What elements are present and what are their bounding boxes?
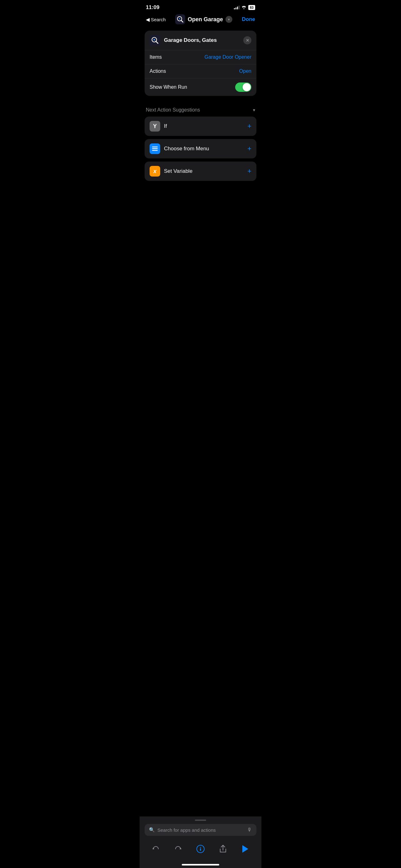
svg-line-1 — [181, 20, 183, 22]
nav-title-area: Open Garage ▾ — [175, 14, 232, 24]
svg-rect-6 — [152, 147, 158, 148]
suggestion-variable-left: x Set Variable — [149, 166, 192, 177]
svg-line-4 — [156, 41, 158, 43]
battery-icon: 83 — [248, 5, 255, 10]
show-when-run-toggle[interactable] — [235, 83, 252, 92]
app-icon — [175, 14, 185, 24]
actions-value: Open — [239, 68, 252, 74]
menu-label: Choose from Menu — [164, 146, 209, 152]
svg-point-2 — [179, 18, 180, 19]
suggestion-if-left: Y If — [149, 121, 167, 131]
nav-bar: ◀ Search Open Garage ▾ Done — [140, 12, 261, 28]
signal-bars-icon — [234, 6, 239, 9]
menu-icon — [149, 144, 160, 154]
suggestion-item-variable[interactable]: x Set Variable + — [144, 161, 257, 181]
card-row-actions[interactable]: Actions Open — [144, 64, 257, 79]
status-bar: 11:09 83 — [140, 0, 261, 12]
status-icons: 83 — [234, 5, 255, 10]
svg-point-5 — [154, 39, 155, 41]
wifi-icon — [241, 5, 246, 10]
card-title: Garage Doors, Gates — [164, 37, 217, 43]
toggle-knob — [243, 83, 251, 91]
nav-title: Open Garage — [188, 16, 223, 23]
suggestion-list: Y If + Choose from Menu + x Set Variable… — [140, 117, 261, 181]
card-close-button[interactable]: ✕ — [243, 36, 252, 44]
back-label: Search — [151, 17, 166, 22]
variable-label: Set Variable — [164, 168, 192, 174]
suggestion-menu-left: Choose from Menu — [149, 144, 209, 154]
if-add-button[interactable]: + — [247, 122, 252, 130]
suggestions-chevron-icon: ▾ — [253, 107, 255, 113]
if-icon: Y — [149, 121, 160, 131]
card-app-icon — [149, 35, 160, 45]
variable-add-button[interactable]: + — [247, 167, 252, 175]
menu-add-button[interactable]: + — [247, 145, 252, 153]
suggestions-section-header[interactable]: Next Action Suggestions ▾ — [140, 102, 261, 117]
status-time: 11:09 — [146, 4, 159, 11]
show-when-run-label: Show When Run — [149, 84, 187, 90]
back-arrow-icon: ◀ — [146, 17, 149, 23]
variable-icon: x — [149, 166, 160, 177]
svg-rect-7 — [152, 148, 158, 149]
done-button[interactable]: Done — [242, 16, 255, 23]
if-label: If — [164, 123, 167, 129]
items-value: Garage Door Opener — [205, 54, 252, 60]
svg-rect-8 — [152, 150, 158, 151]
suggestion-item-if[interactable]: Y If + — [144, 117, 257, 136]
back-button[interactable]: ◀ Search — [146, 17, 166, 23]
card-header-left: Garage Doors, Gates — [149, 35, 217, 45]
suggestions-title: Next Action Suggestions — [146, 107, 200, 113]
title-chevron-icon[interactable]: ▾ — [226, 16, 232, 23]
card-header: Garage Doors, Gates ✕ — [144, 31, 257, 50]
card-row-show-when-run: Show When Run — [144, 79, 257, 96]
items-label: Items — [149, 54, 162, 60]
main-card: Garage Doors, Gates ✕ Items Garage Door … — [144, 31, 257, 96]
suggestion-item-menu[interactable]: Choose from Menu + — [144, 139, 257, 158]
actions-label: Actions — [149, 68, 166, 74]
card-row-items[interactable]: Items Garage Door Opener — [144, 50, 257, 64]
